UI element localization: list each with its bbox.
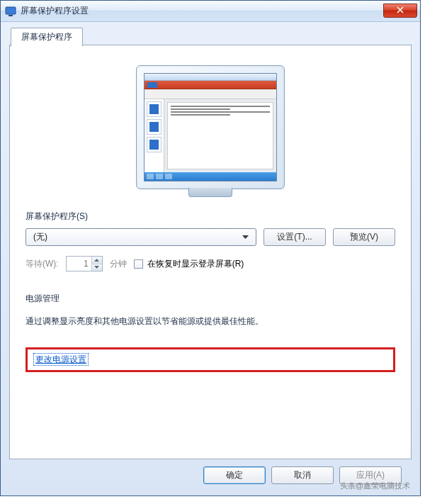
chevron-down-icon [239,235,251,240]
dialog-window: 屏幕保护程序设置 屏幕保护程序 [0,0,421,496]
preview-area [26,58,395,211]
screensaver-row: (无) 设置(T)... 预览(V) [26,228,395,246]
tab-panel: 屏幕保护程序(S) (无) 设置(T)... 预览(V) 等待(W): 1 [9,45,412,459]
power-description: 通过调整显示亮度和其他电源设置以节省能源或提供最佳性能。 [26,315,395,327]
svg-rect-1 [8,15,13,16]
screen-mock [144,73,277,181]
spinner-down-icon[interactable] [92,264,102,271]
ok-button[interactable]: 确定 [203,466,266,484]
dialog-footer: 确定 取消 应用(A) [9,459,412,488]
change-power-settings-link[interactable]: 更改电源设置 [33,353,89,366]
tab-screensaver[interactable]: 屏幕保护程序 [11,28,83,47]
wait-label: 等待(W): [26,258,59,270]
tab-container: 屏幕保护程序 [9,28,412,459]
svg-rect-0 [6,7,16,14]
close-button[interactable] [383,4,417,18]
wait-row: 等待(W): 1 分钟 在恢复时显示登录屏幕(R) [26,256,395,271]
wait-spinner[interactable]: 1 [66,256,103,271]
resume-checkbox-label: 在恢复时显示登录屏幕(R) [147,258,244,270]
wait-value: 1 [67,259,91,269]
settings-button[interactable]: 设置(T)... [264,228,326,246]
spinner-buttons[interactable] [91,257,102,271]
dropdown-value: (无) [33,231,239,243]
titlebar: 屏幕保护程序设置 [1,1,420,22]
preview-button[interactable]: 预览(V) [333,228,395,246]
monitor-preview [136,65,285,189]
resume-checkbox-group[interactable]: 在恢复时显示登录屏幕(R) [134,258,244,270]
power-heading: 电源管理 [26,293,395,305]
screensaver-dropdown[interactable]: (无) [26,228,256,246]
close-icon [397,6,404,16]
window-title: 屏幕保护程序设置 [21,5,383,17]
screensaver-label: 屏幕保护程序(S) [26,211,395,223]
content-area: 屏幕保护程序 [1,22,420,495]
checkbox-icon[interactable] [134,259,143,269]
spinner-up-icon[interactable] [92,257,102,264]
wait-unit: 分钟 [110,258,127,270]
app-icon [5,6,16,17]
highlighted-link-box: 更改电源设置 [26,347,395,372]
cancel-button[interactable]: 取消 [271,466,334,484]
apply-button[interactable]: 应用(A) [339,466,402,484]
